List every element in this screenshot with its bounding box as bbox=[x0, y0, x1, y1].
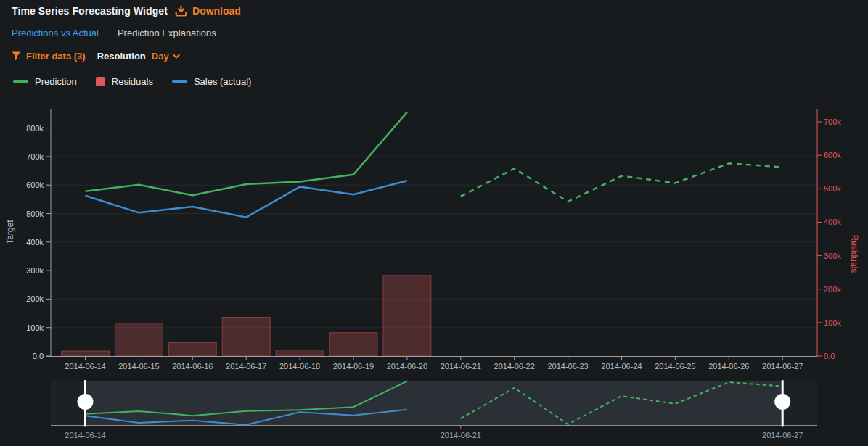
slider-date-label: 2014-06-27 bbox=[762, 431, 803, 439]
forecast-chart: 0.0100k200k300k400k500k600k700k800k0.010… bbox=[0, 98, 868, 446]
filter-funnel-icon bbox=[12, 51, 21, 61]
tab-prediction-explanations[interactable]: Prediction Explanations bbox=[118, 28, 216, 38]
x-axis-tick-label: 2014-06-15 bbox=[118, 362, 159, 371]
filter-data-label: Filter data (3) bbox=[26, 51, 86, 62]
right-axis-tick-label: 300k bbox=[824, 252, 841, 260]
left-axis-title: Target bbox=[5, 220, 15, 244]
x-axis-tick-label: 2014-06-19 bbox=[333, 362, 374, 371]
chevron-down-icon bbox=[173, 54, 180, 59]
resolution-value: Day bbox=[152, 51, 169, 62]
legend-item-sales-actual[interactable]: Sales (actual) bbox=[172, 76, 251, 87]
residual-bar[interactable] bbox=[62, 351, 110, 356]
legend-item-residuals[interactable]: Residuals bbox=[96, 76, 153, 87]
residual-bar[interactable] bbox=[222, 317, 270, 356]
download-label: Download bbox=[192, 5, 241, 17]
residual-bar[interactable] bbox=[115, 323, 163, 356]
prediction-line-swatch bbox=[13, 80, 28, 83]
right-axis-tick-label: 500k bbox=[824, 184, 841, 193]
download-icon bbox=[175, 5, 187, 17]
resolution-dropdown[interactable]: Day bbox=[152, 51, 180, 62]
x-axis-tick-label: 2014-06-21 bbox=[441, 362, 481, 371]
x-axis-tick-label: 2014-06-16 bbox=[172, 362, 213, 371]
x-axis-tick-label: 2014-06-23 bbox=[547, 362, 588, 371]
filter-bar: Filter data (3) Resolution Day bbox=[12, 51, 180, 62]
residuals-square-swatch bbox=[96, 77, 105, 86]
right-axis-tick-label: 400k bbox=[824, 218, 841, 226]
prediction-line-solid[interactable] bbox=[86, 112, 407, 196]
page-title: Time Series Forecasting Widget bbox=[12, 5, 168, 17]
residual-bars bbox=[62, 276, 431, 356]
slider-date-label: 2014-06-21 bbox=[441, 431, 481, 439]
sales-line-swatch bbox=[172, 80, 187, 83]
right-axis-tick-label: 0.0 bbox=[824, 352, 835, 360]
right-axis-tick-label: 200k bbox=[824, 285, 841, 294]
residual-bar[interactable] bbox=[276, 350, 324, 356]
x-axis-tick-label: 2014-06-26 bbox=[708, 362, 749, 371]
x-axis-tick-label: 2014-06-25 bbox=[655, 362, 695, 371]
filter-data-button[interactable]: Filter data (3) bbox=[12, 51, 86, 62]
left-axis-tick-label: 800k bbox=[26, 124, 44, 133]
download-button[interactable]: Download bbox=[175, 5, 241, 17]
slider-date-label: 2014-06-14 bbox=[65, 431, 105, 439]
x-axis-tick-label: 2014-06-20 bbox=[387, 362, 427, 371]
right-axis-tick-label: 100k bbox=[824, 318, 841, 327]
left-axis-tick-label: 700k bbox=[26, 152, 44, 161]
left-axis-tick-label: 400k bbox=[26, 238, 44, 247]
x-axis-tick-label: 2014-06-18 bbox=[279, 362, 320, 371]
left-axis-tick-label: 300k bbox=[26, 266, 44, 275]
right-axis-tick-label: 600k bbox=[824, 151, 841, 160]
left-axis-tick-label: 500k bbox=[26, 210, 44, 218]
chart-legend: Prediction Residuals Sales (actual) bbox=[13, 76, 251, 87]
right-axis-tick-label: 700k bbox=[824, 117, 841, 126]
legend-label: Sales (actual) bbox=[194, 76, 251, 87]
tab-predictions-vs-actual[interactable]: Predictions vs Actual bbox=[12, 28, 99, 38]
legend-label: Prediction bbox=[35, 76, 77, 87]
residual-bar[interactable] bbox=[383, 276, 431, 356]
tab-bar: Predictions vs Actual Prediction Explana… bbox=[12, 28, 216, 38]
left-axis-tick-label: 100k bbox=[26, 323, 44, 332]
left-axis-tick-label: 200k bbox=[26, 294, 44, 303]
x-axis-tick-label: 2014-06-24 bbox=[601, 362, 642, 371]
residual-bar[interactable] bbox=[329, 333, 377, 356]
left-axis-tick-label: 600k bbox=[26, 181, 44, 189]
prediction-line-forecast-dashed[interactable] bbox=[461, 163, 782, 202]
legend-item-prediction[interactable]: Prediction bbox=[13, 76, 77, 87]
resolution-label: Resolution bbox=[97, 51, 146, 62]
x-axis-tick-label: 2014-06-17 bbox=[226, 362, 266, 371]
range-slider: 2014-06-142014-06-212014-06-27 bbox=[51, 380, 817, 439]
widget-header: Time Series Forecasting Widget Download bbox=[12, 5, 241, 17]
residual-bar[interactable] bbox=[168, 343, 216, 356]
right-axis-title: Residuals bbox=[849, 235, 859, 273]
x-axis-tick-label: 2014-06-27 bbox=[762, 362, 803, 371]
gridlines bbox=[51, 128, 817, 328]
legend-label: Residuals bbox=[112, 76, 153, 87]
x-axis-tick-label: 2014-06-22 bbox=[494, 362, 535, 371]
left-axis-tick-label: 0.0 bbox=[33, 352, 44, 360]
x-axis-tick-label: 2014-06-14 bbox=[65, 362, 105, 371]
